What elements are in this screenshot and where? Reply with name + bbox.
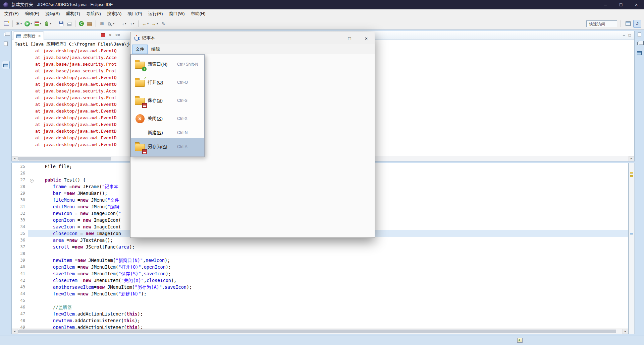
menu-edit[interactable]: 编辑(E): [22, 10, 42, 18]
menu-item-shortcut: Ctrl-O: [177, 80, 188, 85]
notepad-titlebar[interactable]: 记事本 – □ ×: [130, 32, 375, 44]
menu-refactor[interactable]: 重构(T): [63, 10, 83, 18]
restore-views-button[interactable]: [2, 30, 10, 39]
trim-view-button-3[interactable]: [635, 49, 643, 57]
menu-project[interactable]: 项目(P): [124, 10, 145, 18]
restore-icon: [4, 33, 8, 36]
java-perspective-button[interactable]: J: [633, 20, 641, 28]
dropdown-chevron-icon: ▾: [113, 22, 114, 25]
menu-file[interactable]: 文件(F): [1, 10, 22, 18]
editor-line[interactable]: 41 saveItem =new JMenuItem("保存(S)",saveI…: [12, 270, 628, 277]
console-tab-close-icon[interactable]: ×: [39, 34, 41, 38]
menu-item-close[interactable]: ×关闭(X)Ctrl-X: [131, 110, 204, 128]
previous-annotation-button[interactable]: ↑▾: [128, 20, 136, 28]
menu-item-label: 新窗口(N): [148, 61, 177, 67]
run-button[interactable]: ▾: [23, 20, 33, 28]
editor-line[interactable]: 42 closeItem =new JMenuItem("关闭(X)",clos…: [12, 277, 628, 284]
editor-line[interactable]: 40 openItem =new JMenuItem("打开(O)",openI…: [12, 264, 628, 270]
remove-launch-button[interactable]: ×: [109, 32, 111, 38]
close-button[interactable]: ×: [629, 0, 644, 9]
trim-view-button-2[interactable]: [635, 40, 643, 48]
editor-line[interactable]: 44 fnewItem =new JMenuItem("新建(N)");: [12, 290, 628, 297]
new-class-icon: C: [79, 21, 84, 26]
menu-item-new-window[interactable]: +新窗口(N)Ctrl+Shift-N: [131, 55, 204, 73]
scroll-left-arrow-icon[interactable]: ◄: [12, 156, 17, 161]
editor-line[interactable]: 46 //监听器: [12, 304, 628, 310]
trim-view-button-1[interactable]: [635, 30, 643, 39]
code-text: openIcon = new ImageIcon(: [35, 217, 121, 223]
status-tray-icon[interactable]: [517, 338, 523, 343]
code-text: scroll =new JScrollPane(area);: [35, 244, 135, 250]
menu-source[interactable]: 源码(S): [42, 10, 63, 18]
menu-item-save-as[interactable]: 另存为(A)Ctrl-A: [131, 138, 204, 156]
fold-collapse-icon[interactable]: −: [30, 179, 34, 183]
tab-console[interactable]: 控制台 ×: [13, 31, 44, 40]
menu-item-new[interactable]: 新建(N)Ctrl-N: [131, 128, 204, 138]
notepad-minimize-button[interactable]: –: [324, 32, 341, 44]
editor-line[interactable]: 43 anothersaveItem=new JMenuItem("另存为(A)…: [12, 284, 628, 290]
minimized-view-button[interactable]: [2, 40, 10, 48]
editor-horizontal-scrollbar[interactable]: ◄ ►: [12, 329, 628, 334]
coverage-button[interactable]: ▾: [34, 20, 42, 28]
print-button[interactable]: [65, 20, 73, 28]
new-button[interactable]: [3, 20, 10, 28]
minimize-button[interactable]: –: [598, 0, 613, 9]
window-titlebar[interactable]: 新建文件夹 - JDBC/src/JDBC/Test.java - Eclips…: [0, 0, 644, 9]
next-annotation-button[interactable]: ↓▾: [120, 20, 128, 28]
scroll-left-arrow-icon[interactable]: ◄: [12, 329, 17, 334]
feedback-button[interactable]: ✉: [98, 20, 106, 28]
editor-line[interactable]: 38: [12, 250, 628, 257]
last-edit-location-button[interactable]: ✎: [160, 20, 167, 28]
overview-ruler[interactable]: [629, 163, 635, 334]
scroll-right-arrow-icon[interactable]: ►: [629, 156, 634, 161]
menu-search[interactable]: 搜索(A): [104, 10, 124, 18]
left-trim-bar: [0, 29, 11, 336]
notepad-menu-file[interactable]: 文件: [132, 45, 148, 54]
search-button[interactable]: ▾: [106, 20, 115, 28]
line-number: 43: [12, 284, 28, 290]
editor-line[interactable]: 39 newItem =new JMenuItem("新窗口(N)",newIc…: [12, 257, 628, 264]
menu-window[interactable]: 窗口(W): [166, 10, 188, 18]
editor-line[interactable]: 36 area =new JTextArea();: [12, 237, 628, 244]
save-button[interactable]: [57, 20, 65, 28]
menu-item-open[interactable]: →打开(O)Ctrl-O: [131, 73, 204, 91]
remove-all-terminated-button[interactable]: ××: [115, 32, 120, 38]
terminate-button[interactable]: [101, 33, 105, 37]
new-class-button[interactable]: C: [78, 20, 85, 28]
new-package-button[interactable]: [86, 20, 93, 28]
editor-line[interactable]: 37 scroll =new JScrollPane(area);: [12, 244, 628, 250]
menu-navigate[interactable]: 导航(N): [83, 10, 104, 18]
coverage-icon: [35, 21, 39, 26]
menu-item-label: 保存(S): [148, 97, 177, 104]
console-toolbar: × ××: [101, 32, 120, 38]
back-button[interactable]: ←▾: [141, 20, 150, 28]
debug-button[interactable]: ▾: [43, 20, 52, 28]
notepad-maximize-button[interactable]: □: [341, 32, 358, 44]
scrollbar-thumb[interactable]: [18, 157, 111, 160]
console-fastview-button[interactable]: [2, 61, 10, 69]
code-text: newItem.addActionListener(this);: [35, 317, 140, 324]
menu-help[interactable]: 帮助(H): [188, 10, 209, 18]
external-tools-button[interactable]: ✱▾: [15, 20, 23, 28]
line-number: 44: [12, 290, 28, 297]
forward-button[interactable]: →▾: [150, 20, 159, 28]
menu-run[interactable]: 运行(R): [145, 10, 166, 18]
open-perspective-button[interactable]: [624, 20, 632, 28]
scrollbar-thumb[interactable]: [18, 330, 616, 333]
quick-access-box[interactable]: 快速访问: [586, 20, 617, 27]
minimize-view-button[interactable]: –: [623, 33, 625, 38]
occurrence-marker[interactable]: [630, 175, 633, 177]
save-icon: [59, 21, 63, 26]
occurrence-marker[interactable]: [630, 172, 633, 174]
editor-line[interactable]: 48 newItem.addActionListener(this);: [12, 317, 628, 324]
notepad-close-button[interactable]: ×: [358, 32, 375, 44]
editor-line[interactable]: 47 fnewItem.addActionListener(this);: [12, 310, 628, 317]
scroll-right-arrow-icon[interactable]: ►: [623, 329, 628, 334]
current-line-marker[interactable]: [630, 233, 633, 234]
menu-item-save[interactable]: 保存(S)Ctrl-S: [131, 91, 204, 110]
notepad-menu-edit[interactable]: 编辑: [148, 45, 163, 54]
maximize-button[interactable]: □: [613, 0, 629, 9]
maximize-view-button[interactable]: □: [629, 33, 631, 38]
dropdown-chevron-icon: ▾: [147, 22, 149, 25]
editor-line[interactable]: 45: [12, 297, 628, 304]
